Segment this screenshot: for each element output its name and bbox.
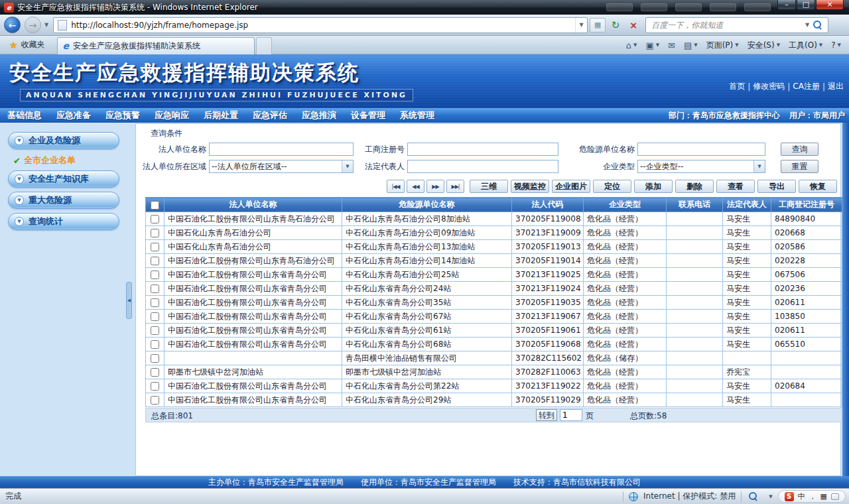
row-checkbox[interactable] (151, 326, 159, 335)
sidebar-group-knowledge-base[interactable]: ▼ 安全生产知识库 (8, 170, 119, 188)
toolbar-button[interactable]: 恢复 (799, 180, 837, 193)
pager-first-button[interactable]: |◀◀ (387, 180, 405, 193)
banner-link[interactable]: 退出 (828, 81, 844, 92)
row-checkbox[interactable] (151, 340, 159, 349)
reg-no-input[interactable] (407, 143, 558, 156)
search-icon[interactable] (813, 21, 822, 29)
region-select[interactable]: --法人单位所在区域-- ▼ (209, 160, 354, 173)
forward-button[interactable]: → (25, 17, 41, 33)
search-box[interactable]: ▼ (645, 17, 828, 33)
menu-item[interactable]: 后期处置 (196, 109, 245, 121)
select-all-checkbox[interactable] (151, 201, 159, 210)
row-checkbox[interactable] (151, 354, 159, 363)
menu-item[interactable]: 系统管理 (393, 109, 442, 121)
table-cell: 370213F119022 (512, 379, 584, 393)
toolbar-button[interactable]: 企业图片 (552, 180, 590, 193)
toolbar-button[interactable]: 删除 (675, 180, 714, 193)
sidebar-group-enterprise-hazard[interactable]: ▼ 企业及危险源 (8, 132, 119, 149)
browser-tab[interactable]: e 安全生产应急救援指挥辅助决策系统 (57, 37, 255, 54)
menu-item[interactable]: 应急准备 (49, 109, 98, 121)
compatibility-view-icon[interactable]: ▦ (590, 18, 606, 32)
legal-rep-input[interactable] (407, 160, 558, 173)
corp-name-input[interactable] (209, 143, 354, 156)
sidebar-group-query-statistics[interactable]: ▼ 查询统计 (8, 213, 119, 230)
row-checkbox[interactable] (151, 271, 159, 279)
ime-language-toggle[interactable]: 中 (798, 492, 805, 501)
minimize-button[interactable]: – (777, 0, 796, 10)
banner-link[interactable]: CA注册 (793, 81, 820, 92)
help-icon: ? (831, 40, 835, 50)
toolbar-button[interactable]: 查看 (716, 180, 755, 193)
tools-menu[interactable]: 工具(O) ▼ (785, 38, 826, 52)
row-checkbox[interactable] (151, 312, 159, 321)
url-dropdown-icon[interactable]: ▼ (575, 18, 587, 32)
row-checkbox[interactable] (151, 298, 159, 307)
menu-item[interactable]: 应急推演 (294, 109, 344, 121)
goto-page-input[interactable] (560, 409, 582, 421)
keyboard-icon[interactable]: ▦ (820, 492, 827, 501)
print-button[interactable]: ▤ ▼ (680, 38, 702, 52)
row-checkbox[interactable] (151, 396, 159, 405)
sidebar-collapse-handle[interactable]: ◀ (126, 282, 132, 319)
search-dropdown-icon[interactable]: ▼ (803, 22, 811, 28)
menu-item[interactable]: 设备管理 (344, 109, 393, 121)
search-button[interactable]: 查询 (781, 143, 818, 156)
sidebar-group-major-hazard[interactable]: ▼ 重大危险源 (8, 192, 119, 209)
menu-item[interactable]: 应急预警 (98, 109, 147, 121)
menu-item[interactable]: 应急响应 (147, 109, 196, 121)
pager-prev-button[interactable]: ◀◀ (407, 180, 424, 193)
toolbox-icon[interactable] (831, 493, 839, 500)
toolbar-button[interactable]: 三维 (470, 180, 508, 193)
url-input[interactable] (71, 21, 575, 30)
goto-page-button[interactable]: 转到 (536, 409, 557, 421)
row-checkbox[interactable] (151, 229, 159, 237)
zoom-icon[interactable] (749, 492, 757, 501)
favorites-button[interactable]: ★ 收藏夹 (3, 37, 52, 53)
help-menu[interactable]: ? ▼ (827, 38, 845, 52)
banner-link[interactable]: 修改密码 (753, 81, 785, 92)
maximize-button[interactable]: □ (797, 0, 815, 10)
row-checkbox[interactable] (151, 284, 159, 293)
row-checkbox[interactable] (151, 368, 159, 377)
pager-last-button[interactable]: ▶▶| (446, 180, 464, 193)
banner-link[interactable]: 首页 (729, 81, 745, 92)
enterprise-type-label: 企业类型 (560, 160, 635, 173)
row-checkbox[interactable] (151, 215, 159, 223)
table-cell (771, 365, 842, 379)
ime-toolbar[interactable]: S 中 ， ▦ (778, 490, 846, 503)
pager-next-button[interactable]: ▶▶ (426, 180, 444, 193)
toolbar-button[interactable]: 添加 (634, 180, 673, 193)
toolbar-button[interactable]: 定位 (593, 180, 631, 193)
new-tab-stub[interactable] (256, 37, 272, 54)
refresh-icon[interactable]: ↻ (608, 18, 623, 32)
address-bar[interactable]: ▼ (53, 17, 588, 33)
reset-button[interactable]: 重置 (781, 160, 818, 173)
home-button[interactable]: ⌂ ▼ (622, 38, 641, 52)
toolbar-button[interactable]: 导出 (757, 180, 796, 193)
read-mail-button[interactable]: ✉ (664, 38, 679, 52)
menu-item[interactable]: 基础信息 (0, 109, 49, 121)
ime-punctuation-toggle[interactable]: ， (809, 492, 816, 501)
toolbar-button[interactable]: 视频监控 (511, 180, 549, 193)
zoom-dropdown-icon[interactable]: ▼ (769, 494, 772, 499)
stop-icon[interactable]: × (625, 18, 641, 32)
row-checkbox[interactable] (151, 243, 159, 251)
menu-item[interactable]: 应急评估 (245, 109, 294, 121)
feeds-button[interactable]: ▣ ▼ (641, 38, 663, 52)
safety-menu[interactable]: 安全(S) ▼ (744, 38, 784, 52)
column-header: 法人代码 (512, 198, 584, 212)
table-cell: 危化品（经营） (584, 379, 667, 393)
back-button[interactable]: ← (4, 17, 21, 33)
row-checkbox[interactable] (151, 382, 159, 391)
row-checkbox[interactable] (151, 257, 159, 265)
sidebar-item-city-enterprise-list[interactable]: ✔ 全市企业名单 (13, 155, 76, 166)
page-menu[interactable]: 页面(P) ▼ (702, 38, 743, 52)
enterprise-type-select[interactable]: --企业类型-- ▼ (637, 160, 765, 173)
hazard-name-input[interactable] (637, 143, 765, 156)
sogou-icon[interactable]: S (785, 492, 794, 501)
grid-header-row: 法人单位名称危险源单位名称法人代码企业类型联系电话法定代表人工商登记注册号 (146, 198, 842, 212)
table-cell: 中石化山东省青岛分公司67站 (342, 310, 512, 324)
history-dropdown-icon[interactable]: ▼ (44, 22, 48, 28)
close-button[interactable]: × (816, 0, 844, 10)
search-input[interactable] (646, 21, 803, 30)
